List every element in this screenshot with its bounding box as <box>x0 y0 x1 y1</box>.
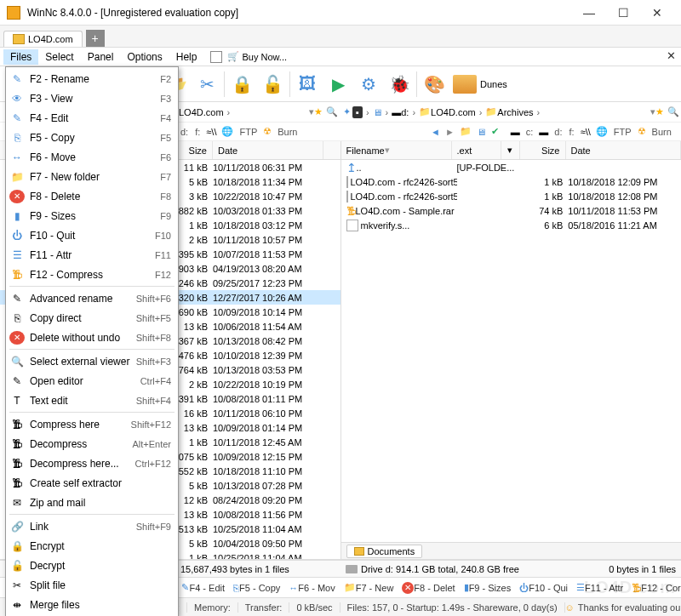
menu-item[interactable]: ⎘Copy directShift+F5 <box>6 308 178 328</box>
toolbar-close-icon[interactable]: ✕ <box>667 49 676 62</box>
file-row[interactable]: LO4D.com - rfc2426-sort5.vcr1 kB10/18/20… <box>341 189 682 203</box>
monitor-icon[interactable]: 🖥 <box>371 107 384 117</box>
favorite-icon[interactable]: ★ <box>655 106 664 117</box>
menu-select[interactable]: Select <box>38 49 80 65</box>
ftp-label[interactable]: FTP <box>236 127 260 137</box>
dunes-theme[interactable]: Dunes <box>453 75 507 94</box>
menu-item[interactable]: ✎Open editorCtrl+F4 <box>6 371 178 391</box>
crumb-lo4d[interactable]: 📁 LO4D.com <box>417 106 478 117</box>
up-folder-row[interactable]: ↥ ..[UP-FOLDE... <box>341 160 682 174</box>
tool-play-icon[interactable]: ▶ <box>323 69 352 100</box>
add-tab-button[interactable]: + <box>86 30 105 47</box>
menu-item[interactable]: ✕Delete without undoShift+F8 <box>6 328 178 347</box>
tool-color-icon[interactable]: 🎨 <box>420 69 449 100</box>
menu-panel[interactable]: Panel <box>81 49 121 65</box>
menu-item[interactable]: ✎F4 - EditF4 <box>6 108 178 128</box>
nav-up-icon[interactable]: 📁 <box>457 126 474 137</box>
tool-bug-icon[interactable]: 🐞 <box>385 69 414 100</box>
menu-item[interactable]: ⏻F10 - QuitF10 <box>6 225 178 245</box>
folder-icon <box>354 547 364 556</box>
tab-label: LO4D.com <box>28 34 73 44</box>
col-ext[interactable]: .ext <box>452 141 501 159</box>
menu-item[interactable]: 📁F7 - New folderF7 <box>6 167 178 186</box>
ftp-icon[interactable]: 🌐 <box>219 126 236 137</box>
menu-files[interactable]: Files <box>3 49 38 65</box>
menu-help[interactable]: Help <box>169 49 204 65</box>
menu-item[interactable]: 🗜Create self extractor <box>6 473 178 493</box>
minimize-button[interactable]: — <box>572 1 606 25</box>
menu-item[interactable]: ✂Split file <box>6 575 178 595</box>
tool-lock-icon[interactable]: 🔒 <box>227 69 256 100</box>
drive-f-label[interactable]: f: <box>192 127 203 137</box>
drive-d-label[interactable]: d: <box>177 127 192 137</box>
menu-item[interactable]: 🗜F12 - CompressF12 <box>6 265 178 284</box>
menu-item[interactable]: ✎F2 - RenameF2 <box>6 69 178 88</box>
menu-item[interactable]: ▮F9 - SizesF9 <box>6 206 178 225</box>
close-button[interactable]: ✕ <box>640 1 674 25</box>
crumb-archives[interactable]: 📁 Archives <box>484 106 535 117</box>
drive-icon[interactable]: ▪ <box>352 106 363 118</box>
fn-f4[interactable]: ✎F4 - Edit <box>177 582 229 593</box>
menu-item[interactable]: ↔F6 - MoveF6 <box>6 147 178 167</box>
file-row[interactable]: mkverify.s...6 kB05/18/2016 11:21 AM <box>341 218 682 232</box>
fn-f10[interactable]: ⏻F10 - Qui <box>515 583 572 593</box>
menu-item[interactable]: TText editShift+F4 <box>6 391 178 410</box>
watermark: LO4D.com <box>584 578 676 597</box>
menu-item[interactable]: ✉Zip and mail <box>6 493 178 512</box>
menu-item[interactable]: ✎Advanced renameShift+F6 <box>6 288 178 308</box>
fn-f5[interactable]: ⎘F5 - Copy <box>229 583 284 593</box>
menu-item[interactable]: ✕F8 - DeleteF8 <box>6 186 178 206</box>
tool-image-icon[interactable]: 🖼 <box>293 69 322 100</box>
buy-now-link[interactable]: Buy Now... <box>242 52 287 62</box>
nuclear-icon[interactable]: ☢ <box>260 126 274 137</box>
nav-fwd-icon[interactable]: ► <box>443 127 457 137</box>
net-icon[interactable]: ≈\\ <box>203 127 219 137</box>
maximize-button[interactable]: ☐ <box>606 1 640 25</box>
fn-f6[interactable]: ↔F6 - Mov <box>284 583 339 593</box>
menu-item[interactable]: 🔓Decrypt <box>6 556 178 575</box>
menu-item[interactable]: 🗜Compress hereShift+F12 <box>6 414 178 434</box>
fn-f8[interactable]: ✕F8 - Delet <box>398 582 459 594</box>
col-date[interactable]: Date <box>566 141 682 159</box>
thanks-message: Thanks for evaluating our software... <box>575 602 681 613</box>
menu-item[interactable]: 🔒Encrypt <box>6 536 178 556</box>
menu-item[interactable]: 🔗LinkShift+F9 <box>6 516 178 536</box>
menu-item[interactable]: ☰F11 - AttrF11 <box>6 245 178 265</box>
check-icon[interactable]: ✔ <box>489 126 501 137</box>
right-file-list[interactable]: ↥ ..[UP-FOLDE... LO4D.com - rfc2426-sort… <box>341 160 682 542</box>
fn-f9[interactable]: ▮F9 - Sizes <box>460 582 516 593</box>
col-date[interactable]: Date <box>213 141 323 159</box>
menu-item[interactable]: ⎘F5 - CopyF5 <box>6 128 178 147</box>
dunes-icon <box>453 75 477 94</box>
col-size[interactable]: Size <box>520 141 566 159</box>
drive-icon <box>346 565 358 573</box>
breadcrumb-left[interactable]: LO4D.com <box>177 107 226 117</box>
menu-options[interactable]: Options <box>120 49 169 65</box>
menu-item[interactable]: ⇼Merge files <box>6 595 178 614</box>
fn-f7[interactable]: 📁F7 - New <box>340 582 398 593</box>
burn-label[interactable]: Burn <box>274 127 300 137</box>
right-pane: Filename ▾ .ext ▾ Size Date ↥ ..[UP-FOLD… <box>341 141 682 559</box>
tool-unlock-icon[interactable]: 🔓 <box>258 69 287 100</box>
nav-back-icon[interactable]: ◄ <box>428 127 443 137</box>
col-filename[interactable]: Filename ▾ <box>341 141 452 159</box>
star-icon[interactable]: ✦ <box>343 106 351 117</box>
menu-item[interactable]: 🔍Select external viewerShift+F3 <box>6 351 178 371</box>
drive-d[interactable]: ▬ d: <box>390 107 410 117</box>
menu-item[interactable]: 👁F3 - ViewF3 <box>6 88 178 108</box>
tool-split-icon[interactable]: ✂ <box>192 69 221 100</box>
tool-gear-icon[interactable]: ⚙ <box>354 69 383 100</box>
titlebar: WinNc 8.4.0.0 - [Unregistered evaluation… <box>0 0 681 26</box>
menu-item[interactable]: 🗜DecompressAlt+Enter <box>6 434 178 453</box>
menu-item[interactable]: 🗜Decompress here...Ctrl+F12 <box>6 453 178 473</box>
refresh-icon[interactable]: 🖥 <box>474 127 489 137</box>
favorite-icon[interactable]: ★ <box>314 106 323 117</box>
help-icon[interactable] <box>210 51 222 63</box>
col-sort-icon[interactable]: ▾ <box>501 141 520 159</box>
file-row[interactable]: 🗜 LO4D.com - Sample.rar74 kB10/11/2018 1… <box>341 203 682 218</box>
search-icon[interactable]: 🔍 <box>326 106 338 117</box>
file-row[interactable]: LO4D.com - rfc2426-sort5.v...1 kB10/18/2… <box>341 174 682 189</box>
right-pane-tab[interactable]: Documents <box>346 545 423 558</box>
workspace-tab[interactable]: LO4D.com <box>3 31 83 47</box>
search-icon[interactable]: 🔍 <box>667 106 679 117</box>
